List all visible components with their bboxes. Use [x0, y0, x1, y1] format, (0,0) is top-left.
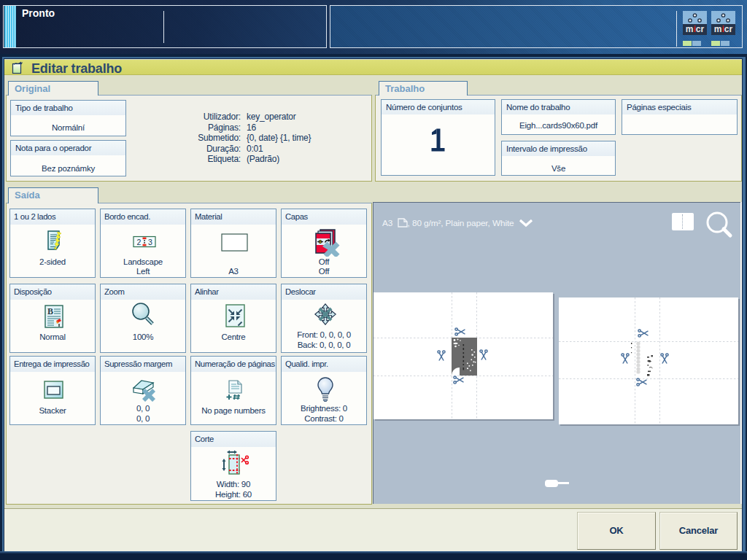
- svg-text:2: 2: [137, 238, 142, 246]
- svg-text:3: 3: [148, 238, 152, 246]
- svg-text:B: B: [47, 306, 53, 316]
